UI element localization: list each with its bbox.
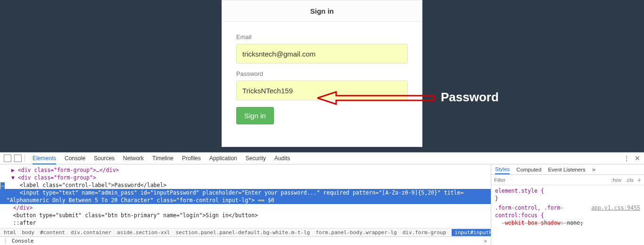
styles-body[interactable]: element.style { } app.v1.css:9455 .form-…	[491, 185, 644, 229]
css-selector: .form-control, .form-control:focus {	[495, 204, 563, 219]
styles-filter-input[interactable]	[494, 177, 608, 183]
line-marker-icon: ⋯	[0, 182, 5, 190]
email-group: Email	[236, 33, 408, 64]
css-brace: }	[495, 195, 498, 202]
more-tabs-icon[interactable]: »	[592, 166, 595, 173]
panel-body: Email Password Sign in	[222, 22, 422, 133]
styles-filter-row: :hov .cls +	[491, 175, 644, 185]
bc-item[interactable]: form.panel-body.wrapper-lg	[315, 229, 396, 236]
kebab-menu-icon[interactable]: ⋮	[623, 155, 630, 162]
close-icon[interactable]: ✕	[635, 155, 640, 162]
new-rule-button[interactable]: +	[637, 176, 641, 184]
drawer-menu-icon[interactable]: ⋮	[3, 238, 8, 244]
dom-tree[interactable]: ▶ <div class="form-group">…</div> ▼ <div…	[0, 164, 491, 227]
bc-item[interactable]: aside.section-xxl	[117, 229, 170, 236]
selected-code-line: "Alphanumeric Only Between 5 To 20 Chara…	[0, 196, 491, 204]
hov-toggle[interactable]: :hov	[611, 177, 622, 183]
devtools-toolbar: Elements Console Sources Network Timelin…	[0, 153, 644, 164]
password-label: Password	[236, 70, 408, 77]
bc-item[interactable]: html	[4, 229, 17, 236]
device-toggle-icon[interactable]	[14, 155, 22, 162]
css-selector: element.style {	[495, 188, 544, 194]
console-drawer[interactable]: ⋮ Console ✕	[0, 237, 491, 245]
code-line: ::after	[0, 219, 491, 227]
tab-console[interactable]: Console	[65, 155, 85, 162]
bc-item[interactable]: section.panel.panel-default.bg-white.m-t…	[176, 229, 310, 236]
css-val: none;	[567, 220, 583, 226]
css-source-link[interactable]: app.v1.css:9455	[591, 204, 640, 212]
tab-computed[interactable]: Computed	[516, 167, 541, 172]
annotation-text: Password	[441, 90, 499, 105]
bc-item[interactable]: body	[22, 229, 35, 236]
panel-heading: Sign in	[222, 0, 422, 22]
drawer-label: Console	[12, 238, 33, 244]
devtools-main: ⋯ ▶ <div class="form-group">…</div> ▼ <d…	[0, 164, 644, 245]
email-label: Email	[236, 33, 408, 41]
code-line: </div>	[0, 204, 491, 212]
code-line: ▶ <div class="form-group">…</div>	[0, 166, 491, 174]
elements-pane[interactable]: ⋯ ▶ <div class="form-group">…</div> ▼ <d…	[0, 164, 491, 245]
bc-item[interactable]: #content	[40, 229, 65, 236]
code-line: <button type="submit" class="btn btn-pri…	[0, 212, 491, 219]
tab-profiles[interactable]: Profiles	[182, 155, 201, 162]
page-background: Sign in Email Password Sign in Password	[0, 0, 644, 152]
email-field[interactable]	[236, 44, 408, 64]
breadcrumb[interactable]: html body #content div.container aside.s…	[0, 228, 491, 237]
bc-item[interactable]: div.container	[71, 229, 111, 236]
tab-timeline[interactable]: Timeline	[152, 155, 173, 162]
password-group: Password	[236, 70, 408, 100]
tab-elements[interactable]: Elements	[33, 155, 56, 164]
password-field[interactable]	[236, 81, 408, 100]
tab-styles[interactable]: Styles	[495, 166, 510, 174]
inspect-icon[interactable]	[4, 155, 11, 162]
tab-sources[interactable]: Sources	[94, 155, 115, 162]
styles-pane: Styles Computed Event Listeners » :hov .…	[491, 164, 644, 245]
drawer-close-icon[interactable]: ✕	[484, 238, 487, 244]
selected-code-line: <input type="text" name="admin_pass" id=…	[0, 189, 491, 196]
styles-tabs: Styles Computed Event Listeners »	[491, 164, 644, 175]
tab-network[interactable]: Network	[123, 155, 144, 162]
devtools-panel: Elements Console Sources Network Timelin…	[0, 152, 644, 245]
tab-application[interactable]: Application	[209, 155, 237, 162]
bc-item-active[interactable]: input#inputPassword.form-control.input-l…	[452, 229, 491, 236]
tab-event-listeners[interactable]: Event Listeners	[548, 167, 585, 172]
signin-panel: Sign in Email Password Sign in	[222, 0, 422, 147]
devtools-tabs: Elements Console Sources Network Timelin…	[33, 155, 290, 162]
signin-button[interactable]: Sign in	[236, 107, 274, 124]
toolbar-divider	[25, 155, 25, 162]
bc-item[interactable]: div.form-group	[403, 229, 446, 236]
code-line: ▼ <div class="form-group">	[0, 174, 491, 181]
css-prop: -webkit-box-shadow	[502, 220, 561, 226]
code-line: <label class="control-label">Password</l…	[0, 181, 491, 189]
cls-toggle[interactable]: .cls	[626, 177, 634, 183]
tab-audits[interactable]: Audits	[274, 155, 290, 162]
tab-security[interactable]: Security	[246, 155, 266, 162]
